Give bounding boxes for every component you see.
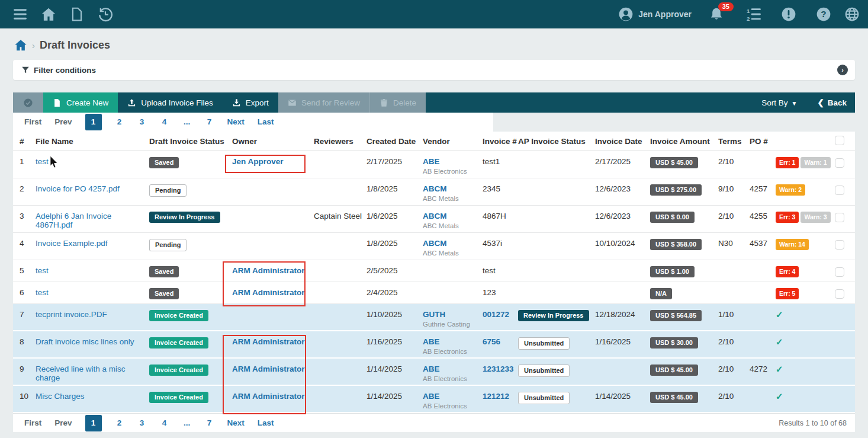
filter-conditions-bar[interactable]: Filter conditions › <box>13 60 855 80</box>
breadcrumb-home-icon[interactable] <box>14 39 27 52</box>
invoice-amount-badge: USD $ 564.85 <box>650 310 702 321</box>
owner-link[interactable]: ARM Administrator <box>232 266 305 275</box>
invoice-number-link[interactable]: 001272 <box>483 310 509 319</box>
back-button[interactable]: ❮Back <box>817 98 847 107</box>
vendor-code-link[interactable]: ABCM <box>423 184 483 193</box>
filter-expand-icon[interactable]: › <box>837 65 848 75</box>
user-name: Jen Approver <box>638 9 692 19</box>
page-4[interactable]: 4 <box>160 415 169 431</box>
page-3[interactable]: 3 <box>137 415 147 431</box>
page-3[interactable]: 3 <box>137 114 147 130</box>
invoice-number-link[interactable]: 1231233 <box>483 365 514 373</box>
page-first[interactable]: First <box>24 114 41 130</box>
help-icon[interactable]: ? <box>816 7 831 22</box>
page-4[interactable]: 4 <box>160 114 169 130</box>
row-checkbox[interactable] <box>835 240 844 250</box>
notifications-bell-icon[interactable]: 35 <box>709 7 724 22</box>
owner-link[interactable]: Jen Approver <box>232 157 284 166</box>
page-1[interactable]: 1 <box>85 415 102 431</box>
vendor-code-link[interactable]: ABCM <box>423 239 483 248</box>
file-name-link[interactable]: Adelphi 6 Jan Invoice 4867H.pdf <box>36 212 111 229</box>
row-number: 6 <box>20 282 36 297</box>
user-menu[interactable]: Jen Approver <box>618 7 692 22</box>
status-badge: Pending <box>149 184 187 197</box>
invoice-number-link[interactable]: 6756 <box>483 337 500 346</box>
file-name-link[interactable]: test <box>36 288 49 297</box>
file-name-link[interactable]: test <box>36 157 49 166</box>
row-number: 9 <box>20 359 36 373</box>
page-next[interactable]: Next <box>227 114 245 130</box>
owner-cell: ARM Administrator <box>232 260 314 275</box>
upload-invoice-files-button[interactable]: Upload Invoice Files <box>118 92 223 113</box>
history-icon[interactable] <box>98 7 113 22</box>
ap-invoice-status-cell: Unsubmitted <box>518 331 595 350</box>
page-2[interactable]: 2 <box>115 114 124 130</box>
page-prev[interactable]: Prev <box>54 114 72 130</box>
row-checkbox[interactable] <box>835 267 844 277</box>
vendor-code-link[interactable]: ABE <box>423 157 483 166</box>
page-last[interactable]: Last <box>258 415 274 431</box>
column-header-terms: Terms <box>718 137 750 146</box>
ordered-list-icon[interactable]: 12 <box>746 7 761 22</box>
owner-link[interactable]: ARM Administrator <box>232 392 305 401</box>
reviewers-cell <box>314 304 367 310</box>
file-name-link[interactable]: Invoice Example.pdf <box>36 239 108 248</box>
owner-link[interactable]: ARM Administrator <box>232 288 305 297</box>
invoice-number-link[interactable]: 121212 <box>483 392 509 401</box>
column-header-vendor: Vendor <box>423 137 483 146</box>
draft-invoice-status-cell: Review In Progress <box>149 206 232 223</box>
vendor-code-link[interactable]: GUTH <box>423 310 483 319</box>
vendor-code-link[interactable]: ABE <box>423 365 483 373</box>
select-all-checkbox[interactable] <box>835 136 844 145</box>
page-2[interactable]: 2 <box>115 415 124 431</box>
row-checkbox[interactable] <box>835 213 844 222</box>
create-new-button[interactable]: Create New <box>43 92 118 113</box>
file-name-cell: test <box>36 260 149 275</box>
vendor-code-link[interactable]: ABE <box>423 392 483 401</box>
po-number-cell: 4537 <box>750 233 776 248</box>
row-checkbox[interactable] <box>835 289 844 299</box>
file-name-link[interactable]: Misc Charges <box>36 392 85 401</box>
vendor-cell <box>423 282 483 288</box>
ap-invoice-status-cell <box>518 233 595 239</box>
page-next[interactable]: Next <box>227 415 245 431</box>
vendor-code-link[interactable]: ABE <box>423 337 483 346</box>
page-7[interactable]: 7 <box>205 114 214 130</box>
invoice-date-cell <box>595 282 650 288</box>
file-name-link[interactable]: test <box>36 266 49 275</box>
invoice-number: 2345 <box>483 184 500 193</box>
file-name-link[interactable]: Received line with a misc charge <box>36 365 126 382</box>
invoice-amount-cell: N/A <box>650 282 718 299</box>
file-name-link[interactable]: Draft invoice misc lines only <box>36 337 134 346</box>
vendor-code-link[interactable]: ABCM <box>423 212 483 220</box>
draft-invoice-status-cell: Saved <box>149 151 232 168</box>
status-badge: Review In Progress <box>149 212 220 223</box>
page-prev[interactable]: Prev <box>54 415 72 431</box>
column-header-draft-invoice-status: Draft Invoice Status <box>149 137 232 146</box>
document-icon[interactable] <box>69 7 85 22</box>
alert-icon[interactable] <box>781 7 796 22</box>
sort-by-dropdown[interactable]: Sort By▼ <box>761 98 797 107</box>
warning-badge: Warn: 2 <box>776 184 805 196</box>
page-1[interactable]: 1 <box>85 114 102 130</box>
invoice-amount-cell: USD $ 45.00 <box>650 386 718 403</box>
invoice-amount-badge: USD $ 45.00 <box>650 392 698 403</box>
row-number: 2 <box>20 178 36 193</box>
file-name-link[interactable]: tecprint invoice.PDF <box>36 310 107 319</box>
vendor-cell: ABCMABC Metals <box>423 178 483 202</box>
owner-link[interactable]: ARM Administrator <box>232 365 305 373</box>
globe-icon[interactable] <box>844 7 860 22</box>
page-last[interactable]: Last <box>258 114 274 130</box>
row-number: 3 <box>20 206 36 220</box>
hamburger-menu-icon[interactable] <box>12 7 28 22</box>
draft-invoice-status-cell: Pending <box>149 178 232 197</box>
page-first[interactable]: First <box>24 415 41 431</box>
home-icon[interactable] <box>41 7 56 22</box>
row-checkbox[interactable] <box>835 186 844 195</box>
page-7[interactable]: 7 <box>205 415 214 431</box>
page-ellipsis: ... <box>182 114 192 130</box>
row-checkbox[interactable] <box>835 158 844 168</box>
export-button[interactable]: Export <box>223 92 278 113</box>
file-name-link[interactable]: Invoice for PO 4257.pdf <box>36 184 120 193</box>
owner-link[interactable]: ARM Administrator <box>232 337 305 346</box>
